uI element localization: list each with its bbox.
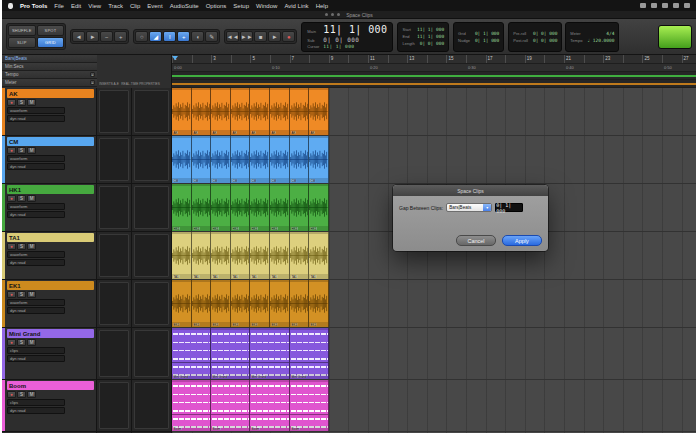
clip-ek1[interactable]: EK1: [172, 280, 192, 327]
clip-boom[interactable]: Boom: [250, 380, 289, 431]
add-meter-event-icon[interactable]: +: [90, 80, 95, 85]
clip-mini-grand[interactable]: Mini Grand: [211, 328, 250, 379]
clip-boom[interactable]: Boom: [211, 380, 250, 431]
clip-hk1[interactable]: HK1: [192, 184, 212, 231]
cancel-button[interactable]: Cancel: [456, 235, 496, 246]
selection-length-value[interactable]: 0| 0| 000: [420, 41, 444, 46]
clip-ta1[interactable]: TA1: [172, 232, 192, 279]
edit-mode-shuffle[interactable]: SHUFFLE: [8, 25, 36, 36]
clip-ek1[interactable]: EK1: [290, 280, 310, 327]
fast-forward-icon[interactable]: ►►: [240, 31, 253, 42]
track-view-selector[interactable]: clips: [7, 347, 65, 354]
bar-numbers-lane[interactable]: 13579111315171921232527: [172, 55, 696, 64]
solo-button[interactable]: S: [17, 195, 26, 202]
zoom-left-icon[interactable]: ◄: [72, 31, 85, 42]
clip-ak[interactable]: AK: [250, 88, 270, 135]
track-automation-selector[interactable]: dyn read: [7, 211, 65, 218]
clock-icon[interactable]: [684, 3, 690, 8]
clip-mini-grand[interactable]: Mini Grand: [172, 328, 211, 379]
track-view-selector[interactable]: waveform: [7, 155, 65, 162]
clip-hk1[interactable]: HK1: [309, 184, 329, 231]
solo-button[interactable]: S: [17, 243, 26, 250]
track-automation-selector[interactable]: dyn read: [7, 355, 65, 362]
mute-button[interactable]: M: [27, 147, 36, 154]
track-name-ak[interactable]: AK: [7, 89, 94, 98]
insert-slot[interactable]: [99, 90, 129, 133]
ruler-name-tempo[interactable]: Tempo+: [2, 71, 97, 79]
clip-cm[interactable]: CM: [250, 136, 270, 183]
scrubber-tool-icon[interactable]: ◖: [191, 31, 204, 42]
lcd-pre-roll-value[interactable]: 0| 0| 000: [533, 31, 557, 36]
clip-cm[interactable]: CM: [211, 136, 231, 183]
track-header-hk1[interactable]: HK1●SMwaveformdyn read: [2, 184, 96, 232]
setting-grid-value[interactable]: 0| 1| 000: [475, 31, 499, 36]
trim-tool-icon[interactable]: ◢: [149, 31, 162, 42]
window-title-bar[interactable]: Space Clips: [2, 11, 696, 19]
clip-boom[interactable]: Boom: [290, 380, 329, 431]
clip-ta1[interactable]: TA1: [309, 232, 329, 279]
clip-cm[interactable]: CM: [231, 136, 251, 183]
track-header-cm[interactable]: CM●SMwaveformdyn read: [2, 136, 96, 184]
rtp-slot[interactable]: [134, 234, 169, 277]
clip-cm[interactable]: CM: [172, 136, 192, 183]
clip-hk1[interactable]: HK1: [270, 184, 290, 231]
track-automation-selector[interactable]: dyn read: [7, 115, 65, 122]
clip-ak[interactable]: AK: [211, 88, 231, 135]
track-name-boom[interactable]: Boom: [7, 381, 94, 390]
apply-button[interactable]: Apply: [502, 235, 542, 246]
clip-cm[interactable]: CM: [309, 136, 329, 183]
solo-button[interactable]: S: [17, 291, 26, 298]
gap-units-dropdown[interactable]: Bars|Beats ▾: [446, 203, 492, 212]
clip-ta1[interactable]: TA1: [290, 232, 310, 279]
clip-hk1[interactable]: HK1: [250, 184, 270, 231]
track-name-hk1[interactable]: HK1: [7, 185, 94, 194]
record-enable-button[interactable]: ●: [7, 147, 16, 154]
clip-hk1[interactable]: HK1: [290, 184, 310, 231]
stop-icon[interactable]: ■: [254, 31, 267, 42]
gap-value-field[interactable]: 0| 1| 000: [495, 203, 523, 212]
rewind-icon[interactable]: ◄◄: [226, 31, 239, 42]
menu-item-clip[interactable]: Clip: [130, 3, 140, 9]
sub-counter-value[interactable]: 0| 0| 000: [323, 36, 359, 43]
menu-item-help[interactable]: Help: [316, 3, 328, 9]
track-header-mini-grand[interactable]: Mini Grand●SMclipsdyn read: [2, 328, 96, 380]
rtp-slot[interactable]: [134, 90, 169, 133]
clip-ta1[interactable]: TA1: [231, 232, 251, 279]
track-automation-selector[interactable]: dyn read: [7, 163, 65, 170]
meter-lane[interactable]: [172, 80, 696, 88]
record-enable-button[interactable]: ●: [7, 339, 16, 346]
insert-slot[interactable]: [99, 186, 129, 229]
insert-slot[interactable]: [99, 330, 129, 377]
clip-ak[interactable]: AK: [290, 88, 310, 135]
ruler-name-meter[interactable]: Meter+: [2, 79, 97, 87]
mute-button[interactable]: M: [27, 243, 36, 250]
zoom-out-icon[interactable]: −: [100, 31, 113, 42]
mute-button[interactable]: M: [27, 195, 36, 202]
track-name-ta1[interactable]: TA1: [7, 233, 94, 242]
clip-ak[interactable]: AK: [309, 88, 329, 135]
menu-item-track[interactable]: Track: [108, 3, 123, 9]
clip-ak[interactable]: AK: [270, 88, 290, 135]
zoom-tool-icon[interactable]: ○: [135, 31, 148, 42]
track-view-selector[interactable]: waveform: [7, 251, 65, 258]
track-name-cm[interactable]: CM: [7, 137, 94, 146]
clip-ek1[interactable]: EK1: [250, 280, 270, 327]
clip-ek1[interactable]: EK1: [211, 280, 231, 327]
track-header-ak[interactable]: AK●SMwaveformdyn read: [2, 88, 96, 136]
menu-item-event[interactable]: Event: [147, 3, 162, 9]
clip-ak[interactable]: AK: [172, 88, 192, 135]
mute-button[interactable]: M: [27, 291, 36, 298]
clip-cm[interactable]: CM: [270, 136, 290, 183]
minimize-icon[interactable]: [331, 13, 334, 16]
dialog-title-bar[interactable]: Space Clips: [393, 185, 548, 196]
ruler-name-min-secs[interactable]: Min:Secs: [2, 63, 97, 71]
track-automation-selector[interactable]: dyn read: [7, 259, 65, 266]
track-view-selector[interactable]: waveform: [7, 107, 65, 114]
add-tempo-event-icon[interactable]: +: [90, 72, 95, 77]
lcd-post-roll-value[interactable]: 0| 0| 000: [533, 38, 557, 43]
rtp-slot[interactable]: [134, 186, 169, 229]
setting-nudge-value[interactable]: 0| 1| 000: [475, 38, 499, 43]
clip-cm[interactable]: CM: [192, 136, 212, 183]
menu-item-pro-tools[interactable]: Pro Tools: [20, 3, 47, 9]
clip-ek1[interactable]: EK1: [309, 280, 329, 327]
